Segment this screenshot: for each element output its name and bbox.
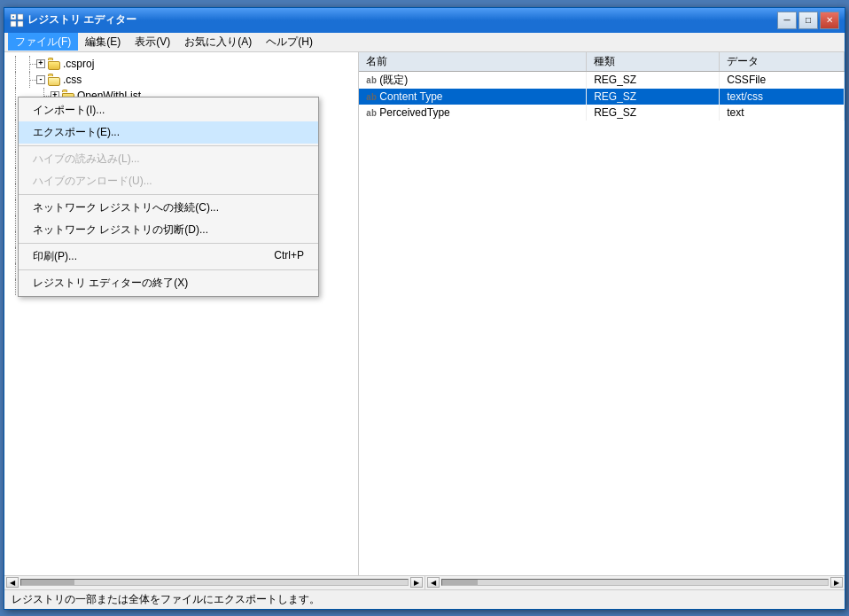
cell-type: REG_SZ [587,71,720,89]
status-text: レジストリの一部または全体をファイルにエクスポートします。 [12,592,320,607]
cell-data: CSSFile [720,71,845,89]
scroll-track-left[interactable] [20,579,409,586]
col-data-header[interactable]: データ [720,52,845,72]
menu-sep4 [19,269,318,270]
svg-rect-2 [11,21,16,27]
col-type-header[interactable]: 種類 [587,52,720,72]
left-hscroll[interactable]: ◀ ▶ [4,576,425,589]
menu-sep1 [19,145,318,146]
value-icon-perceived-type: ab [366,109,377,119]
menu-connect-network[interactable]: ネットワーク レジストリへの接続(C)... [19,197,318,219]
scroll-thumb-left[interactable] [21,580,74,585]
window-title: レジストリ エディター [27,12,777,27]
menu-sep2 [19,194,318,195]
svg-rect-3 [18,21,23,27]
title-bar: レジストリ エディター ─ □ ✕ [4,8,845,33]
cell-data: text [720,105,845,121]
value-icon-default: ab [366,76,377,86]
menu-edit[interactable]: 編集(E) [78,33,128,51]
cell-name: ab (既定) [359,71,587,89]
menu-export[interactable]: エクスポート(E)... [19,121,318,144]
folder-icon-css [47,74,61,86]
table-row[interactable]: ab (既定) REG_SZ CSSFile [359,71,845,89]
tree-item-csproj[interactable]: + .csproj [4,56,358,72]
expand-css[interactable]: - [36,75,45,84]
menu-print[interactable]: 印刷(P)... Ctrl+P [19,246,318,268]
right-hscroll[interactable]: ◀ ▶ [425,576,845,589]
menu-help[interactable]: ヘルプ(H) [259,33,320,51]
cell-type: REG_SZ [587,89,720,105]
value-icon-content-type: ab [366,93,377,103]
scroll-right-btn2[interactable]: ▶ [830,577,843,588]
tree-item-css[interactable]: - .css [4,72,358,88]
main-content: インポート(I)... エクスポート(E)... ハイブの読み込み(L)... … [4,52,845,575]
scroll-left-btn2[interactable]: ◀ [427,577,440,588]
minimize-button[interactable]: ─ [777,12,797,29]
scroll-left-btn[interactable]: ◀ [6,577,19,588]
svg-rect-1 [18,14,23,19]
window-controls: ─ □ ✕ [777,12,839,29]
menu-unload-hive: ハイブのアンロード(U)... [19,170,318,192]
col-name-header[interactable]: 名前 [359,52,587,72]
cell-type: REG_SZ [587,105,720,121]
scroll-thumb-right[interactable] [442,580,478,585]
cell-data: text/css [720,89,845,105]
table-row[interactable]: ab Content Type REG_SZ text/css [359,89,845,105]
table-row[interactable]: ab PerceivedType REG_SZ text [359,105,845,121]
file-dropdown-menu: インポート(I)... エクスポート(E)... ハイブの読み込み(L)... … [18,97,319,297]
values-table: 名前 種類 データ ab (既定) REG_SZ CSSFile [359,52,845,121]
status-bar: レジストリの一部または全体をファイルにエクスポートします。 [4,589,845,609]
horizontal-scrollbars: ◀ ▶ ◀ ▶ [4,575,845,589]
scroll-track-right[interactable] [441,579,830,586]
cell-name: ab Content Type [359,89,587,105]
menu-view[interactable]: 表示(V) [128,33,177,51]
menu-load-hive: ハイブの読み込み(L)... [19,148,318,170]
folder-icon-csproj [47,58,61,70]
scroll-right-btn[interactable]: ▶ [410,577,423,588]
close-button[interactable]: ✕ [820,12,839,29]
expand-csproj[interactable]: + [36,59,45,68]
menu-exit[interactable]: レジストリ エディターの終了(X) [19,272,318,294]
cell-name: ab PerceivedType [359,105,587,121]
menu-disconnect-network[interactable]: ネットワーク レジストリの切断(D)... [19,219,318,241]
values-pane[interactable]: 名前 種類 データ ab (既定) REG_SZ CSSFile [359,52,845,575]
app-icon [10,13,24,27]
menu-favorites[interactable]: お気に入り(A) [177,33,259,51]
menu-import[interactable]: インポート(I)... [19,99,318,121]
menu-bar: ファイル(F) 編集(E) 表示(V) お気に入り(A) ヘルプ(H) [4,33,845,52]
menu-sep3 [19,243,318,244]
main-window: レジストリ エディター ─ □ ✕ ファイル(F) 編集(E) 表示(V) お気… [4,7,845,610]
maximize-button[interactable]: □ [798,12,818,29]
menu-file[interactable]: ファイル(F) [8,33,78,51]
